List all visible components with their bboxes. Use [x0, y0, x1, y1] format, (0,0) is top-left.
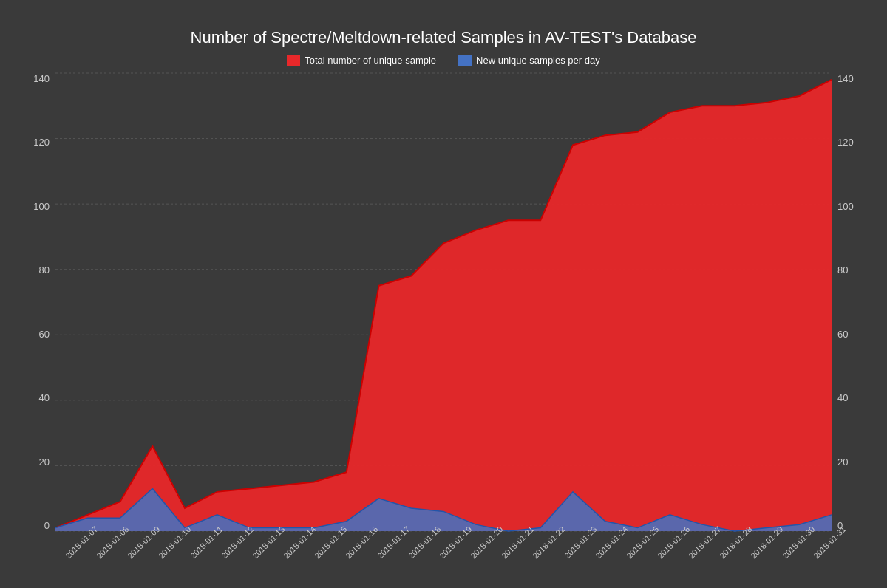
x-label: 2018-01-19	[438, 534, 463, 560]
x-label: 2018-01-22	[531, 534, 557, 560]
x-label: 2018-01-09	[126, 534, 152, 560]
x-label: 2018-01-27	[687, 534, 713, 560]
y-label-right: 100	[837, 201, 854, 212]
legend-color-total	[287, 55, 300, 66]
y-label-left: 120	[33, 137, 50, 148]
x-label: 2018-01-25	[625, 534, 650, 560]
x-label: 2018-01-24	[594, 534, 619, 560]
x-label: 2018-01-30	[781, 534, 806, 560]
y-axis-left: 140120100806040200	[22, 73, 55, 531]
y-label-right: 40	[837, 392, 848, 403]
x-axis: 2018-01-072018-01-082018-01-092018-01-10…	[55, 534, 832, 543]
x-label: 2018-01-11	[188, 534, 214, 560]
legend-label-new: New unique samples per day	[476, 55, 600, 66]
y-label-left: 60	[39, 329, 50, 340]
y-label-right: 60	[837, 329, 848, 340]
x-label: 2018-01-12	[220, 534, 245, 560]
legend: Total number of unique sample New unique…	[22, 55, 865, 66]
y-label-left: 140	[33, 73, 50, 84]
x-label: 2018-01-14	[282, 534, 307, 560]
x-label: 2018-01-21	[500, 534, 526, 560]
x-label: 2018-01-16	[344, 534, 370, 560]
legend-color-new	[458, 55, 472, 66]
x-label: 2018-01-29	[750, 534, 775, 560]
y-label-right: 140	[837, 73, 854, 84]
legend-label-total: Total number of unique sample	[305, 55, 436, 66]
x-label: 2018-01-08	[95, 534, 120, 560]
total-area	[55, 80, 832, 531]
x-label: 2018-01-23	[563, 534, 588, 560]
y-label-left: 0	[44, 520, 50, 531]
x-label: 2018-01-15	[313, 534, 339, 560]
y-axis-right: 140120100806040200	[832, 73, 865, 531]
chart-svg	[55, 73, 832, 531]
chart-area: 140120100806040200 140120100806040200	[22, 73, 865, 531]
y-label-left: 80	[39, 264, 50, 276]
y-label-left: 20	[39, 457, 50, 468]
plot-area	[55, 73, 832, 531]
y-label-left: 40	[39, 392, 50, 403]
x-label: 2018-01-31	[812, 534, 837, 560]
x-label: 2018-01-10	[157, 534, 183, 560]
y-label-left: 100	[33, 201, 50, 212]
x-label: 2018-01-20	[469, 534, 495, 560]
chart-container: Number of Spectre/Meltdown-related Sampl…	[15, 13, 872, 575]
x-label: 2018-01-17	[375, 534, 401, 560]
y-label-right: 80	[837, 264, 848, 276]
chart-title: Number of Spectre/Meltdown-related Sampl…	[22, 28, 865, 47]
x-label: 2018-01-07	[64, 534, 89, 560]
y-label-right: 20	[837, 457, 848, 468]
x-label: 2018-01-28	[718, 534, 744, 560]
legend-item-total: Total number of unique sample	[287, 55, 436, 66]
y-label-right: 120	[837, 137, 854, 148]
x-label: 2018-01-18	[407, 534, 432, 560]
x-label: 2018-01-13	[251, 534, 276, 560]
legend-item-new: New unique samples per day	[458, 55, 600, 66]
x-label: 2018-01-26	[656, 534, 682, 560]
